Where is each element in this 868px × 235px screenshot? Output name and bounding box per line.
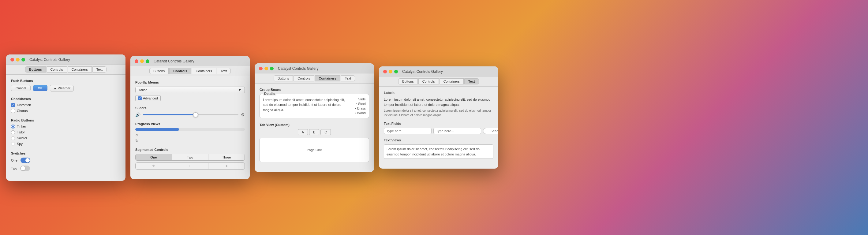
tab-controls-3[interactable]: Controls	[293, 75, 314, 81]
tab-controls-4[interactable]: Controls	[418, 78, 439, 85]
switch-one: One	[11, 158, 121, 163]
switches-section: Switches One Two	[11, 152, 121, 171]
sliders-section: Sliders 🔊 ⚙	[135, 106, 245, 117]
tab-controls-1[interactable]: Controls	[46, 66, 67, 72]
segmented-controls-section: Segmented Controls One Two Three ☆ □ ○	[135, 148, 245, 170]
seg-icon-star[interactable]: ☆	[135, 163, 172, 169]
seg-icon-square[interactable]: □	[172, 163, 209, 169]
tab-containers-2[interactable]: Containers	[192, 68, 216, 74]
group-boxes-section: Group Boxes Details Lorem ipsum dolor si…	[259, 88, 369, 118]
slider-thumb[interactable]	[193, 112, 198, 117]
text-area[interactable]: Lorem ipsum dolor sit amet, consectetur …	[384, 144, 493, 159]
advanced-checkbox[interactable]: ✓	[138, 96, 142, 100]
radio-tinker: Tinker	[11, 125, 121, 129]
maximize-button-1[interactable]	[22, 58, 25, 62]
checkbox-chorus-box[interactable]	[11, 109, 15, 113]
search-field[interactable]	[483, 128, 498, 134]
maximize-button-2[interactable]	[146, 59, 149, 63]
tab-controls-2[interactable]: Controls	[169, 68, 191, 74]
switch-two-toggle[interactable]	[20, 166, 30, 171]
tab-buttons-4[interactable]: Buttons	[398, 78, 417, 85]
tab-text-2[interactable]: Text	[217, 68, 231, 74]
radio-spy-circle[interactable]	[11, 142, 15, 146]
slider-track[interactable]	[143, 114, 239, 115]
text-field-2[interactable]	[433, 128, 481, 134]
seg-btn-two[interactable]: Two	[172, 154, 209, 160]
progress-views-section: Progress Views ↻ ↻	[135, 122, 245, 143]
minimize-button-3[interactable]	[265, 67, 268, 70]
window-2: Catalyst Controls Gallery Buttons Contro…	[130, 56, 250, 179]
content-1: Push Buttons Cancel OK ☁ Weather Checkbo…	[6, 75, 125, 181]
minimize-button-1[interactable]	[16, 58, 20, 62]
tab-page-label: Page One	[307, 148, 322, 152]
switch-two-label: Two	[11, 166, 17, 170]
advanced-label[interactable]: ✓ Advanced	[135, 95, 161, 101]
ok-button[interactable]: OK	[33, 85, 48, 91]
close-button-1[interactable]	[10, 58, 14, 62]
popup-select[interactable]: Tailor ▼	[135, 87, 245, 93]
tab-view-body: Page One	[259, 138, 369, 162]
tab-view-b[interactable]: B	[309, 129, 319, 135]
progress-views-title: Progress Views	[135, 122, 245, 126]
tab-text-3[interactable]: Text	[341, 75, 355, 81]
radio-tailor-circle[interactable]	[11, 130, 15, 134]
close-button-3[interactable]	[259, 67, 262, 70]
content-4: Labels Lorem ipsum dolor sit amet, conse…	[379, 87, 498, 169]
tab-containers-1[interactable]: Containers	[68, 66, 92, 72]
group-box-content: Lorem ipsum dolor sit amet, consectetur …	[263, 97, 366, 115]
tab-view-header: A B C	[259, 129, 369, 135]
text-views-title: Text Views	[384, 138, 493, 142]
traffic-lights-1	[10, 58, 25, 62]
sliders-title: Sliders	[135, 106, 245, 110]
window-4: Catalyst Controls Gallery Buttons Contro…	[379, 66, 498, 169]
tab-view-section: Tab View (Custom) A B C Page One	[259, 123, 369, 162]
checkmark-icon: ✓	[12, 103, 14, 106]
checkbox-distortion-box[interactable]: ✓	[11, 103, 15, 107]
group-box-right: Slide • Steel • Brass • Wood	[355, 97, 366, 115]
slider-fill	[143, 114, 195, 115]
toolbar-3: Buttons Controls Containers Text	[255, 73, 374, 83]
push-buttons-row: Cancel OK ☁ Weather	[11, 85, 121, 92]
radio-soldier-label: Soldier	[17, 136, 27, 140]
tab-containers-4[interactable]: Containers	[439, 78, 464, 85]
tab-text-4[interactable]: Text	[464, 78, 479, 85]
bullet-wood: • Wood	[355, 111, 366, 115]
switch-one-thumb	[25, 158, 30, 163]
labels-section: Labels Lorem ipsum dolor sit amet, conse…	[384, 91, 493, 118]
radio-tailor: Tailor	[11, 130, 121, 134]
bullet-icon-2: •	[355, 106, 356, 110]
tab-buttons-3[interactable]: Buttons	[274, 75, 293, 81]
tab-buttons-1[interactable]: Buttons	[25, 66, 46, 72]
tab-view-a[interactable]: A	[298, 129, 308, 135]
titlebar-3: Catalyst Controls Gallery	[255, 63, 374, 73]
toolbar-1: Buttons Controls Containers Text	[6, 65, 125, 75]
close-button-2[interactable]	[135, 59, 138, 63]
cancel-button[interactable]: Cancel	[11, 85, 31, 91]
tab-buttons-2[interactable]: Buttons	[149, 68, 168, 74]
seg-icon-circle[interactable]: ○	[209, 163, 245, 169]
tab-containers-3[interactable]: Containers	[315, 75, 340, 81]
close-button-4[interactable]	[383, 70, 387, 73]
tab-view-c[interactable]: C	[320, 129, 331, 135]
radio-buttons-title: Radio Buttons	[11, 119, 121, 122]
content-2: Pop-Up Menus Tailor ▼ ✓ Advanced Sliders…	[130, 76, 250, 179]
maximize-button-3[interactable]	[270, 67, 274, 70]
switch-group: One Two	[11, 158, 121, 171]
minimize-button-4[interactable]	[389, 70, 392, 73]
radio-tailor-label: Tailor	[17, 130, 25, 134]
push-buttons-title: Push Buttons	[11, 79, 121, 82]
weather-button[interactable]: ☁ Weather	[50, 85, 74, 92]
minimize-button-2[interactable]	[140, 59, 144, 63]
switch-one-toggle[interactable]	[21, 158, 30, 163]
radio-tinker-label: Tinker	[17, 125, 26, 128]
seg-btn-one[interactable]: One	[135, 154, 172, 160]
maximize-button-4[interactable]	[394, 70, 398, 73]
tab-text-1[interactable]: Text	[92, 66, 106, 72]
radio-soldier-circle[interactable]	[11, 136, 15, 140]
seg-btn-three[interactable]: Three	[209, 154, 245, 160]
group-box-details: Details Lorem ipsum dolor sit amet, cons…	[259, 94, 369, 118]
switch-two: Two	[11, 166, 121, 171]
text-field-1[interactable]	[384, 128, 432, 134]
radio-tinker-circle[interactable]	[11, 125, 15, 129]
bullet-steel: • Steel	[355, 102, 366, 106]
